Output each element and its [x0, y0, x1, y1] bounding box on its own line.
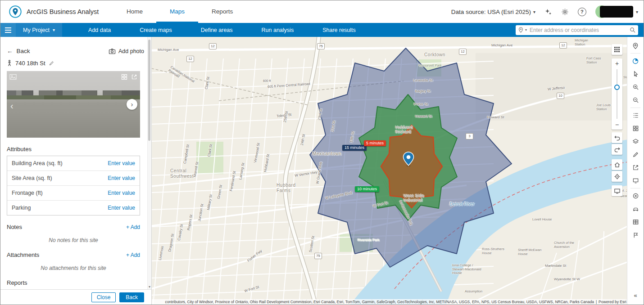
data-source-dropdown[interactable]: Data source: USA (Esri 2025) ▾	[451, 9, 535, 15]
project-dropdown[interactable]: My Project ▾	[16, 23, 62, 37]
drive-time-badge-10[interactable]: 10 minutes	[355, 186, 379, 192]
device-icon[interactable]	[628, 174, 643, 187]
user-menu[interactable]: ▾	[595, 5, 638, 18]
screen-button[interactable]	[612, 185, 622, 196]
location-pin-icon	[518, 27, 523, 33]
add-note-button[interactable]: + Add	[126, 224, 140, 230]
app-title: ArcGIS Business Analyst	[27, 8, 99, 15]
search-icon[interactable]	[630, 27, 635, 33]
scrollbar-thumb[interactable]	[148, 40, 150, 141]
back-arrow-icon: ←	[7, 48, 13, 54]
basemap-icon[interactable]	[628, 122, 643, 135]
tab-maps[interactable]: Maps	[156, 0, 198, 23]
zoom-out-icon[interactable]	[628, 94, 643, 107]
panel-scrollbar[interactable]: ▾	[147, 37, 151, 290]
table-icon[interactable]	[628, 215, 643, 229]
photo-next-button[interactable]: ›	[127, 99, 137, 110]
workflow-tabs: Add data Create maps Define areas Run an…	[74, 23, 370, 37]
add-photo-button[interactable]: Add photo	[109, 48, 144, 54]
enter-value-link[interactable]: Enter value	[108, 175, 135, 181]
map-view[interactable]: Michigan AveMichigan AveCorktownRoosevel…	[151, 37, 628, 305]
tab-reports[interactable]: Reports	[198, 0, 246, 23]
open-photo-icon[interactable]	[131, 74, 137, 80]
table-row: Site Area (sq. ft) Enter value	[7, 170, 140, 185]
previous-extent-button[interactable]	[612, 132, 622, 143]
add-attachment-button[interactable]: + Add	[126, 252, 140, 258]
pin-site-icon[interactable]	[628, 39, 643, 52]
table-row: Building Area (sq. ft) Enter value	[7, 156, 140, 170]
edit-pencil-icon[interactable]	[628, 148, 643, 161]
collapse-rail-icon[interactable]: «	[628, 289, 643, 302]
header-right: Data source: USA (Esri 2025) ▾ ?	[451, 5, 644, 18]
map-tools-rail: «	[627, 37, 644, 305]
attribute-label: Parking	[12, 205, 31, 211]
locate-button[interactable]	[612, 171, 622, 182]
next-extent-button[interactable]	[612, 144, 622, 155]
enter-value-link[interactable]: Enter value	[108, 205, 135, 211]
attributes-table: Building Area (sq. ft) Enter value Site …	[7, 156, 140, 215]
table-row: Parking Enter value	[7, 200, 140, 215]
home-button[interactable]	[612, 159, 622, 170]
back-label: Back	[17, 48, 30, 54]
tab-run-analysis[interactable]: Run analysis	[247, 23, 308, 37]
tab-share-results[interactable]: Share results	[308, 23, 370, 37]
camera-icon	[109, 48, 116, 54]
zoom-in-icon[interactable]	[628, 81, 643, 94]
site-map-pin[interactable]	[403, 152, 414, 167]
site-details-panel: ← Back Add photo	[0, 37, 152, 305]
app-window: ArcGIS Business Analyst Home Maps Report…	[0, 0, 644, 305]
image-icon	[9, 74, 17, 80]
remove-circle-icon[interactable]	[628, 189, 643, 202]
flag-icon[interactable]	[628, 229, 643, 242]
site-photo[interactable]: ‹ ›	[7, 71, 140, 138]
back-link[interactable]: ← Back	[7, 48, 30, 54]
notes-empty-text: No notes for this site	[7, 237, 140, 243]
gallery-grid-icon[interactable]	[121, 74, 127, 80]
chevron-down-icon: ▾	[533, 9, 535, 14]
drive-time-badge-5[interactable]: 5 minutes	[364, 140, 386, 146]
close-button[interactable]: Close	[91, 292, 116, 302]
settings-gear-icon[interactable]	[561, 8, 569, 16]
vehicle-icon[interactable]	[628, 202, 643, 215]
layers-icon[interactable]	[628, 135, 643, 148]
export-icon[interactable]	[628, 161, 643, 174]
back-button[interactable]: Back	[119, 292, 144, 302]
infographics-icon[interactable]	[628, 54, 643, 67]
edit-pencil-icon[interactable]	[49, 60, 54, 66]
scroll-down-arrow[interactable]: ▾	[148, 285, 151, 289]
attachments-empty-text: No attachments for this site	[7, 265, 140, 271]
chevron-down-icon[interactable]: ▾	[525, 28, 527, 32]
address-search[interactable]: ▾	[516, 25, 638, 35]
select-pointer-icon[interactable]	[628, 67, 643, 81]
assistant-sparkle-icon[interactable]	[544, 8, 552, 16]
photo-prev-button[interactable]: ‹	[8, 100, 16, 112]
person-walking-icon	[7, 60, 12, 67]
tab-add-data[interactable]: Add data	[74, 23, 125, 37]
zoom-slider-handle[interactable]	[614, 85, 620, 90]
attribute-label: Building Area (sq. ft)	[12, 160, 63, 166]
tab-create-maps[interactable]: Create maps	[125, 23, 186, 37]
park-area	[196, 142, 223, 174]
photo-treeline	[7, 95, 140, 99]
zoom-slider[interactable]	[617, 69, 617, 119]
tab-define-areas[interactable]: Define areas	[186, 23, 247, 37]
drive-time-badge-15[interactable]: 15 minutes	[342, 145, 367, 151]
attribution-text: contributors, City of Windsor, Province …	[165, 300, 594, 304]
search-input[interactable]	[529, 27, 628, 34]
tab-home[interactable]: Home	[113, 0, 156, 23]
zoom-control: + −	[612, 58, 622, 130]
apps-grid-button[interactable]	[612, 44, 622, 55]
menu-hamburger-button[interactable]	[0, 23, 16, 37]
enter-value-link[interactable]: Enter value	[108, 190, 135, 196]
workflow-toolbar: My Project ▾ Add data Create maps Define…	[0, 23, 644, 37]
add-photo-label: Add photo	[118, 48, 144, 54]
help-icon[interactable]: ?	[578, 8, 586, 16]
arcgis-logo-icon	[9, 5, 22, 18]
legend-icon[interactable]	[628, 109, 643, 122]
chevron-down-icon: ▾	[53, 27, 55, 32]
header-nav: Home Maps Reports	[113, 0, 246, 23]
panel-content: ← Back Add photo	[0, 37, 148, 290]
zoom-in-button[interactable]: +	[612, 58, 622, 68]
zoom-out-button[interactable]: −	[612, 120, 622, 130]
enter-value-link[interactable]: Enter value	[108, 160, 135, 166]
